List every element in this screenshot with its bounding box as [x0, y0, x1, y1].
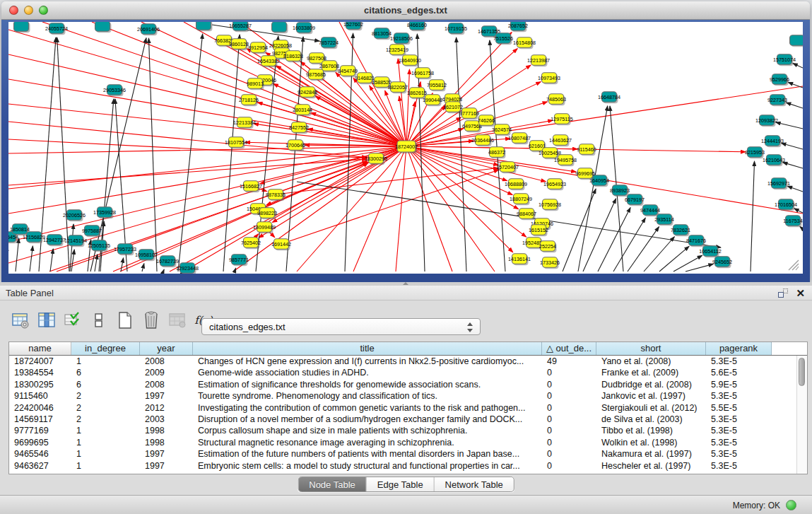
graph-node[interactable]: 8471676: [686, 235, 706, 247]
graph-node[interactable]: 8878335: [266, 189, 286, 201]
table-cell[interactable]: 0: [542, 460, 596, 472]
table-cell[interactable]: 0: [542, 448, 596, 460]
graph-node[interactable]: 8186328: [283, 51, 303, 63]
select-columns-icon[interactable]: [64, 311, 82, 329]
table-cell[interactable]: Structural magnetic resonance image aver…: [193, 437, 542, 448]
table-cell[interactable]: 5.3E-5: [706, 390, 772, 402]
graph-node[interactable]: 20691406: [137, 24, 160, 36]
graph-node[interactable]: 8215953: [745, 147, 765, 159]
graph-node[interactable]: 10655287: [229, 22, 252, 32]
graph-node[interactable]: 15166827: [240, 181, 262, 193]
tab-edge-table[interactable]: Edge Table: [367, 477, 435, 491]
graph-node[interactable]: 9529966: [770, 74, 789, 86]
close-panel-icon[interactable]: ✕: [796, 287, 805, 299]
graph-node[interactable]: [272, 22, 288, 33]
column-header-title[interactable]: title: [193, 342, 542, 355]
table-row[interactable]: 1938455462009Genome-wide association stu…: [9, 367, 796, 378]
table-cell[interactable]: 1997: [140, 460, 193, 472]
table-cell[interactable]: 1998: [140, 425, 193, 436]
graph-node[interactable]: [14, 22, 30, 33]
table-cell[interactable]: 1997: [140, 390, 193, 402]
graph-node[interactable]: 486372: [488, 147, 505, 159]
graph-node[interactable]: 20364486: [471, 135, 494, 147]
table-cell[interactable]: Estimation of significance thresholds fo…: [193, 379, 542, 390]
graph-node[interactable]: 12444193: [761, 136, 784, 148]
graph-node[interactable]: 14099489: [253, 222, 276, 234]
graph-node[interactable]: 18107554: [225, 137, 247, 149]
table-cell[interactable]: Embryonic stem cells: a model to study s…: [193, 460, 542, 472]
graph-node[interactable]: 9777169: [459, 108, 479, 120]
graph-node[interactable]: 8813054: [372, 28, 392, 40]
graph-node[interactable]: 1615152: [529, 225, 548, 237]
table-cell[interactable]: 6: [71, 379, 140, 390]
table-cell[interactable]: 9777169: [9, 425, 71, 436]
network-window-titlebar[interactable]: citations_edges.txt: [1, 1, 810, 20]
column-header-year[interactable]: year: [140, 342, 193, 355]
table-cell[interactable]: 0: [542, 367, 596, 378]
graph-node[interactable]: 1733426: [540, 257, 560, 269]
table-cell[interactable]: 5.5E-5: [706, 402, 772, 414]
graph-node[interactable]: 9884067: [517, 209, 536, 221]
table-selector-dropdown[interactable]: citations_edges.txt: [201, 318, 481, 335]
graph-node[interactable]: 9875685: [306, 69, 326, 81]
graph-node[interactable]: 7515526: [493, 33, 513, 45]
new-table-icon[interactable]: [116, 311, 134, 329]
graph-node[interactable]: 16210643: [763, 155, 785, 167]
table-cell[interactable]: Changes of HCN gene expression and I(f) …: [193, 356, 542, 367]
table-cell[interactable]: 0: [542, 425, 596, 436]
table-cell[interactable]: 5.6E-5: [706, 367, 772, 378]
graph-node[interactable]: [790, 35, 804, 47]
graph-node[interactable]: 1167534: [783, 216, 802, 228]
table-cell[interactable]: Yano et al. (2008): [596, 356, 706, 367]
table-cell[interactable]: 0: [542, 390, 596, 402]
graph-node[interactable]: [196, 22, 213, 31]
table-cell[interactable]: Stergiakouli et al. (2012): [596, 402, 706, 414]
graph-node[interactable]: 2803144: [293, 105, 312, 117]
graph-node[interactable]: 16648784: [598, 92, 620, 104]
table-cell[interactable]: 2003: [140, 414, 193, 425]
table-cell[interactable]: 9115460: [9, 390, 71, 402]
table-cell[interactable]: 0: [542, 414, 596, 425]
graph-node[interactable]: 8938923: [610, 185, 630, 197]
table-cell[interactable]: 18724007: [9, 356, 71, 367]
graph-node[interactable]: 15692971: [767, 178, 790, 190]
table-cell[interactable]: 2009: [140, 367, 193, 378]
graph-node[interactable]: 12156829: [23, 232, 45, 244]
graph-node[interactable]: 8912954: [248, 42, 268, 54]
table-scrollbar-thumb[interactable]: [799, 358, 805, 386]
graph-node[interactable]: 9975887: [82, 226, 102, 238]
graph-node[interactable]: 10688809: [505, 179, 527, 191]
table-cell[interactable]: de Silva et al. (2003): [596, 414, 706, 425]
table-cell[interactable]: Investigating the contribution of common…: [193, 402, 542, 414]
graph-node[interactable]: 9474444: [640, 205, 660, 217]
table-cell[interactable]: 5.9E-5: [706, 379, 772, 390]
graph-node[interactable]: 2087652: [508, 22, 528, 32]
table-cell[interactable]: 5.3E-5: [706, 460, 772, 472]
graph-node[interactable]: 18807249: [510, 194, 532, 206]
table-row[interactable]: 1830029562008Estimation of significance …: [9, 379, 796, 390]
table-cell[interactable]: 19384554: [9, 367, 71, 378]
graph-node[interactable]: 1527602: [343, 22, 363, 30]
graph-node[interactable]: 12975115: [551, 114, 572, 126]
table-cell[interactable]: 2: [71, 414, 140, 425]
table-cell[interactable]: 0: [542, 379, 596, 390]
table-cell[interactable]: 5.3E-5: [706, 356, 772, 367]
graph-node[interactable]: 16543382: [257, 56, 280, 68]
table-cell[interactable]: 1: [71, 460, 140, 472]
graph-node[interactable]: 12325419: [386, 45, 408, 57]
graph-node[interactable]: 9227343: [767, 95, 787, 107]
table-cell[interactable]: 22420046: [9, 402, 71, 414]
column-header-name[interactable]: name: [9, 342, 71, 355]
table-cell[interactable]: Disruption of a novel member of a sodium…: [193, 414, 542, 425]
graph-node[interactable]: 12093822: [755, 115, 778, 127]
graph-node[interactable]: 19495758: [554, 155, 577, 167]
table-cell[interactable]: 2008: [140, 379, 193, 390]
graph-node[interactable]: 8427552: [289, 122, 309, 134]
table-row[interactable]: 1872400712008Changes of HCN gene express…: [9, 356, 796, 367]
graph-node[interactable]: 7485063: [546, 94, 566, 106]
graph-node[interactable]: 14136141: [508, 254, 531, 266]
graph-node[interactable]: 252254: [539, 241, 556, 253]
table-cell[interactable]: 2: [71, 402, 140, 414]
table-cell[interactable]: Tourette syndrome. Phenomenology and cla…: [193, 390, 542, 402]
rows-icon[interactable]: [90, 311, 108, 329]
